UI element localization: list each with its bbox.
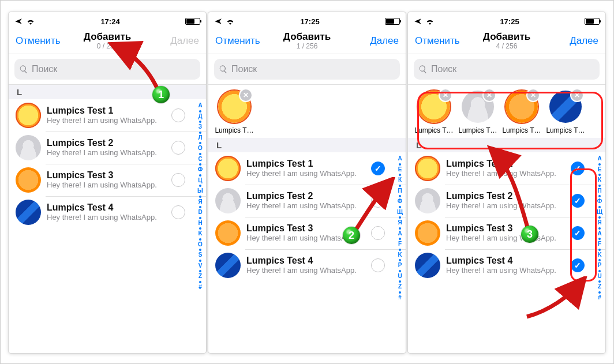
selected-chip[interactable]: ✕ Lumpics T… [214,91,254,134]
search-bar: Поиск [408,54,605,85]
chip-label: Lumpics T… [501,126,542,134]
remove-chip-icon[interactable]: ✕ [484,89,495,101]
search-input[interactable]: Поиск [214,59,400,80]
selected-chip[interactable]: ✕Lumpics T… [458,91,498,134]
avatar: ✕ [418,91,450,123]
contacts-list: L Lumpics Test 1Hey there! I am using Wh… [208,138,406,346]
selection-counter: 0 / 256 [63,43,152,50]
selection-checkbox[interactable] [171,173,185,187]
alpha-index[interactable]: АЕКПФЩЯAFKPUZ# [595,155,604,343]
search-input[interactable]: Поиск [414,59,600,80]
search-placeholder: Поиск [231,64,257,74]
avatar: ✕ [549,91,582,123]
contacts-list: L Lumpics Test 1Hey there! I am using Wh… [408,138,605,346]
selection-checkbox[interactable] [371,194,385,208]
tutorial-stage: 17:24 Отменить Добавить 0 / 256 Далее По… [0,0,614,364]
chip-label: Lumpics T… [214,126,254,134]
remove-chip-icon[interactable]: ✕ [440,89,451,101]
search-input[interactable]: Поиск [14,59,200,80]
contact-status: Hey there! I am using WhatsApp. [446,202,571,211]
remove-chip-icon[interactable]: ✕ [571,89,583,101]
wifi-icon [226,18,235,25]
contact-name: Lumpics Test 1 [47,106,171,116]
selection-checkbox[interactable] [571,226,585,240]
selection-checkbox[interactable] [171,205,185,219]
contact-row[interactable]: Lumpics Test 4Hey there! I am using What… [408,249,605,282]
contact-row[interactable]: Lumpics Test 3Hey there! I am using What… [408,217,605,249]
cancel-button[interactable]: Отменить [215,35,263,47]
cancel-button[interactable]: Отменить [16,35,63,47]
contact-row[interactable]: Lumpics Test 1Hey there! I am using What… [208,152,406,185]
contact-status: Hey there! I am using WhatsApp. [446,267,571,275]
annotation-badge-3: 3 [521,226,538,243]
remove-chip-icon[interactable]: ✕ [527,89,539,101]
avatar: ✕ [462,91,494,123]
status-time: 17:25 [300,17,319,26]
contact-name: Lumpics Test 1 [446,159,571,169]
chip-label: Lumpics T… [414,126,454,134]
contact-status: Hey there! I am using WhatsApp. [446,170,571,178]
wifi-icon [425,18,435,25]
avatar [16,167,41,193]
selection-checkbox[interactable] [571,162,585,175]
contact-name: Lumpics Test 4 [47,202,171,213]
search-placeholder: Поиск [32,64,57,74]
airplane-mode-icon [414,17,422,25]
status-time: 17:25 [500,17,519,26]
remove-chip-icon[interactable]: ✕ [240,89,252,101]
status-bar: 17:25 [408,12,605,28]
contact-row[interactable]: Lumpics Test 3Hey there! I am using What… [9,164,206,196]
selection-checkbox[interactable] [571,258,585,272]
screenshot-2: 17:25 Отменить Добавить 1 / 256 Далее По… [208,12,406,353]
selection-checkbox[interactable] [171,108,185,122]
contact-name: Lumpics Test 3 [446,223,571,234]
contact-row[interactable]: Lumpics Test 2Hey there! I am using What… [9,132,206,164]
avatar [16,103,41,128]
status-time: 17:24 [100,17,119,26]
contact-row[interactable]: Lumpics Test 4Hey there! I am using What… [9,196,206,228]
status-bar: 17:24 [9,12,206,28]
contact-row[interactable]: Lumpics Test 2Hey there! I am using What… [208,185,406,217]
section-header-L: L [408,138,605,152]
chip-label: Lumpics T… [545,126,586,134]
next-button[interactable]: Далее [152,35,199,47]
avatar [16,200,41,225]
selection-checkbox[interactable] [371,162,385,175]
nav-title: Добавить 0 / 256 [63,32,152,50]
selection-checkbox[interactable] [371,226,385,240]
nav-title: Добавить 1 / 256 [263,32,351,50]
selection-counter: 4 / 256 [462,43,551,50]
alpha-index[interactable]: АДЗЛОСФЦЫЯDHKOSVZ# [196,102,205,345]
avatar [415,220,440,246]
contact-row[interactable]: Lumpics Test 2Hey there! I am using What… [408,185,605,217]
airplane-mode-icon [214,17,222,25]
selected-chips: ✕ Lumpics T… [208,85,406,138]
nav-bar: Отменить Добавить 4 / 256 Далее [408,28,605,54]
cancel-button[interactable]: Отменить [415,35,462,47]
contact-row[interactable]: Lumpics Test 3Hey there! I am using What… [208,217,406,249]
search-placeholder: Поиск [431,64,456,74]
selected-chip[interactable]: ✕Lumpics T… [414,91,454,134]
contact-name: Lumpics Test 4 [446,256,571,266]
avatar [415,253,440,278]
contact-name: Lumpics Test 2 [246,191,371,201]
annotation-badge-1: 1 [152,86,170,103]
contact-status: Hey there! I am using WhatsApp. [47,117,171,125]
search-icon [19,65,28,74]
nav-bar: Отменить Добавить 1 / 256 Далее [208,28,406,54]
battery-icon [385,18,400,25]
selection-checkbox[interactable] [571,194,585,208]
next-button[interactable]: Далее [551,35,598,47]
section-header-L: L [9,85,206,99]
avatar [215,156,241,181]
selected-chip[interactable]: ✕Lumpics T… [501,91,542,134]
contact-row[interactable]: Lumpics Test 4Hey there! I am using What… [208,249,406,282]
next-button[interactable]: Далее [351,35,399,47]
selection-checkbox[interactable] [371,258,385,272]
contact-row[interactable]: Lumpics Test 1Hey there! I am using What… [408,152,605,185]
avatar [215,220,241,246]
alpha-index[interactable]: АЕКПФЩЯAFKPUZ# [395,155,405,343]
selection-checkbox[interactable] [171,141,185,155]
contact-row[interactable]: Lumpics Test 1Hey there! I am using What… [9,99,206,132]
selected-chip[interactable]: ✕Lumpics T… [545,91,586,134]
